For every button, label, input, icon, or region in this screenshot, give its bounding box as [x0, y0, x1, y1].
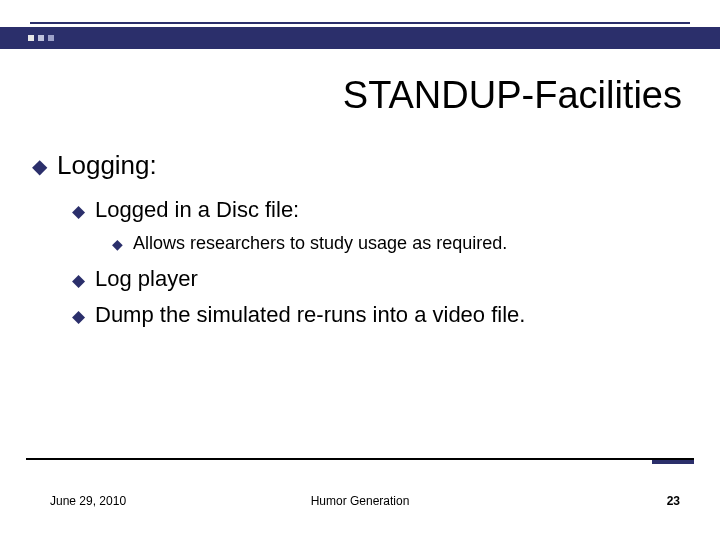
footer-page-number: 23: [667, 494, 680, 508]
header-accent-blocks: [28, 27, 58, 49]
header-thin-rule: [30, 22, 690, 24]
slide-body: ◆ Logging: ◆ Logged in a Disc file: ◆ Al…: [32, 150, 680, 338]
diamond-bullet-icon: ◆: [72, 302, 85, 324]
bullet-text: Dump the simulated re-runs into a video …: [95, 302, 525, 328]
accent-square-icon: [28, 35, 34, 41]
bullet-text: Logging:: [57, 150, 157, 181]
bullet-level-2: ◆ Logged in a Disc file:: [72, 197, 680, 223]
accent-square-icon: [48, 35, 54, 41]
bullet-level-3: ◆ Allows researchers to study usage as r…: [112, 233, 680, 254]
slide: STANDUP-Facilities ◆ Logging: ◆ Logged i…: [0, 0, 720, 540]
footer-center-text: Humor Generation: [0, 494, 720, 508]
bullet-level-2: ◆ Log player: [72, 266, 680, 292]
diamond-bullet-icon: ◆: [72, 197, 85, 219]
diamond-bullet-icon: ◆: [112, 233, 123, 251]
footer-rule: [26, 458, 694, 460]
diamond-bullet-icon: ◆: [32, 150, 47, 176]
bullet-text: Log player: [95, 266, 198, 292]
bullet-level-2: ◆ Dump the simulated re-runs into a vide…: [72, 302, 680, 328]
bullet-level-1: ◆ Logging:: [32, 150, 680, 181]
accent-square-icon: [38, 35, 44, 41]
header-blue-bar: [0, 27, 720, 49]
header-bar: [0, 22, 720, 49]
diamond-bullet-icon: ◆: [72, 266, 85, 288]
slide-title: STANDUP-Facilities: [343, 74, 682, 117]
bullet-text: Logged in a Disc file:: [95, 197, 299, 223]
bullet-text: Allows researchers to study usage as req…: [133, 233, 507, 254]
footer-accent-tab: [652, 460, 694, 464]
